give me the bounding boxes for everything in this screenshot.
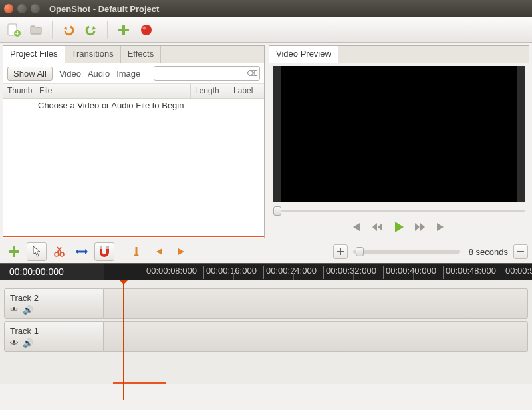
rewind-button[interactable] xyxy=(372,222,384,232)
window-titlebar: OpenShot - Default Project xyxy=(0,0,532,17)
file-list-headers: Thumb File Length Label xyxy=(3,84,264,99)
track-row: Track 1👁🔊 xyxy=(4,321,528,352)
add-button[interactable] xyxy=(114,21,133,39)
preview-body xyxy=(269,63,529,238)
tracks-area: Track 2👁🔊Track 1👁🔊 xyxy=(0,280,532,384)
track-body[interactable] xyxy=(104,321,528,352)
video-scrubber[interactable] xyxy=(273,204,525,218)
video-letterbox-left xyxy=(273,66,281,202)
current-timecode: 00:00:00:000 xyxy=(0,264,104,280)
header-label[interactable]: Label xyxy=(229,84,264,98)
zoom-out-button[interactable] xyxy=(513,244,528,259)
svg-point-4 xyxy=(141,25,152,35)
ruler-tick-minor xyxy=(293,273,296,280)
skip-start-button[interactable] xyxy=(350,222,362,232)
record-button[interactable] xyxy=(137,21,156,39)
selection-tool-button[interactable] xyxy=(27,242,47,261)
resize-tool-button[interactable] xyxy=(72,242,92,261)
ruler-tick-minor xyxy=(233,273,236,280)
track-header[interactable]: Track 2👁🔊 xyxy=(4,288,104,319)
speaker-icon[interactable]: 🔊 xyxy=(23,338,33,348)
scrub-thumb[interactable] xyxy=(273,206,281,216)
main-area: Project Files Transitions Effects Show A… xyxy=(0,43,532,238)
filter-image[interactable]: Image xyxy=(116,69,140,79)
header-thumb[interactable]: Thumb xyxy=(3,84,35,98)
filter-video[interactable]: Video xyxy=(59,69,81,79)
preview-tabs: Video Preview xyxy=(269,46,529,63)
zoom-slider[interactable] xyxy=(353,250,460,254)
ruler-tick: 00:00:08:000 xyxy=(144,266,197,279)
svg-rect-3 xyxy=(118,29,129,31)
clear-filter-icon[interactable]: ⌫ xyxy=(247,68,257,79)
svg-rect-14 xyxy=(517,251,524,252)
toolbar-separator xyxy=(107,21,108,39)
add-track-button[interactable] xyxy=(4,242,24,261)
video-frame[interactable] xyxy=(281,66,517,202)
eye-icon[interactable]: 👁 xyxy=(10,338,19,348)
header-length[interactable]: Length xyxy=(191,84,229,98)
add-marker-button[interactable] xyxy=(126,242,146,261)
video-frame-wrap xyxy=(273,66,525,202)
window-maximize-button[interactable] xyxy=(31,4,40,13)
filter-row: Show All Video Audio Image ⌫ xyxy=(3,63,264,84)
tab-effects[interactable]: Effects xyxy=(121,46,162,63)
svg-rect-13 xyxy=(337,251,344,252)
zoom-slider-thumb[interactable] xyxy=(356,247,364,256)
track-name: Track 1 xyxy=(10,326,98,336)
play-button[interactable] xyxy=(393,221,405,233)
tab-transitions[interactable]: Transitions xyxy=(65,46,121,63)
forward-button[interactable] xyxy=(414,222,426,232)
timeline-ruler[interactable]: 00:00:00:000 00:00:08:00000:00:16:00000:… xyxy=(0,263,532,280)
prev-marker-button[interactable] xyxy=(149,242,169,261)
zoom-label: 8 seconds xyxy=(469,247,508,257)
ruler-tick-minor xyxy=(353,273,356,280)
window-close-button[interactable] xyxy=(4,4,13,13)
skip-end-button[interactable] xyxy=(436,222,448,232)
show-all-button[interactable]: Show All xyxy=(7,67,53,81)
right-panel: Video Preview xyxy=(269,45,529,238)
left-panel: Project Files Transitions Effects Show A… xyxy=(3,45,265,238)
filter-input[interactable] xyxy=(154,66,260,81)
ruler-ticks: 00:00:08:00000:00:16:00000:00:24:00000:0… xyxy=(104,264,532,280)
file-list-body[interactable]: Choose a Video or Audio File to Begin xyxy=(3,99,264,238)
speaker-icon[interactable]: 🔊 xyxy=(23,305,33,315)
next-marker-button[interactable] xyxy=(172,242,192,261)
window-minimize-button[interactable] xyxy=(17,4,27,13)
eye-icon[interactable]: 👁 xyxy=(10,305,19,315)
zoom-in-button[interactable] xyxy=(333,244,348,259)
filter-audio[interactable]: Audio xyxy=(88,69,110,79)
header-file[interactable]: File xyxy=(35,84,191,98)
ruler-tick: 00:00:32:000 xyxy=(323,266,376,279)
panel-accent-bar xyxy=(3,236,264,237)
ruler-tick: 00:00:48:000 xyxy=(443,266,496,279)
video-letterbox-right xyxy=(517,66,525,202)
svg-rect-10 xyxy=(100,246,102,249)
open-file-button[interactable] xyxy=(27,21,45,39)
ruler-tick: 00:00:24:000 xyxy=(263,266,317,279)
redo-button[interactable] xyxy=(82,21,100,39)
track-name: Track 2 xyxy=(10,293,98,303)
ruler-tick: 00:00:16:000 xyxy=(203,266,257,279)
tab-video-preview[interactable]: Video Preview xyxy=(269,46,338,63)
track-row: Track 2👁🔊 xyxy=(4,288,528,319)
ruler-tick-minor xyxy=(413,273,416,280)
svg-rect-7 xyxy=(9,250,19,253)
ruler-tick: 00:00:40:000 xyxy=(383,266,436,279)
snap-tool-button[interactable] xyxy=(94,242,114,261)
new-file-button[interactable] xyxy=(4,21,23,39)
ruler-tick-minor xyxy=(473,273,475,280)
track-header[interactable]: Track 1👁🔊 xyxy=(4,321,104,352)
razor-tool-button[interactable] xyxy=(49,242,69,261)
main-toolbar xyxy=(0,17,532,43)
svg-rect-11 xyxy=(106,246,109,249)
undo-button[interactable] xyxy=(59,21,78,39)
ruler-tick-minor xyxy=(174,273,176,280)
svg-point-5 xyxy=(143,26,146,29)
track-body[interactable] xyxy=(104,288,528,319)
left-tabs: Project Files Transitions Effects xyxy=(3,46,264,63)
tab-project-files[interactable]: Project Files xyxy=(3,46,65,63)
timeline-scroll-indicator xyxy=(113,382,166,384)
toolbar-separator xyxy=(52,21,53,39)
transport-controls xyxy=(273,218,525,236)
timeline-toolbar: 8 seconds xyxy=(0,240,532,263)
